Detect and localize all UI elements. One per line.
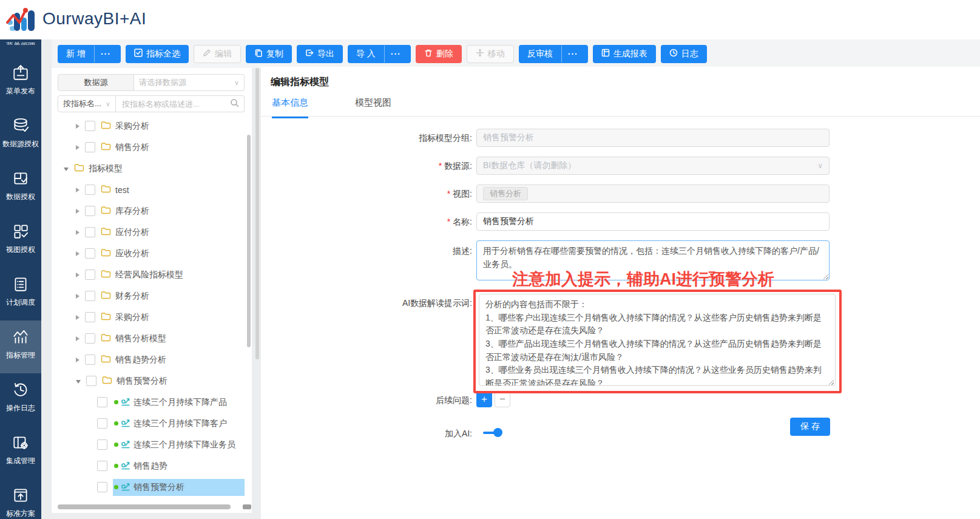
join-ai-slider-knob[interactable] xyxy=(493,428,502,437)
unaudit-more-button[interactable]: ··· xyxy=(567,49,580,59)
required-mark: * xyxy=(447,217,450,226)
generate-report-button[interactable]: 生成报表 xyxy=(593,45,656,63)
tree-checkbox[interactable] xyxy=(97,397,107,407)
tree-checkbox[interactable] xyxy=(85,312,95,322)
tree-leaf-item[interactable]: 连续三个月持续下降业务员 xyxy=(52,434,245,455)
delete-button[interactable]: 删除 xyxy=(416,45,462,63)
folder-icon xyxy=(101,248,111,259)
tree-leaf-item[interactable]: 连续三个月持续下降产品 xyxy=(52,392,245,413)
tree-folder-item[interactable]: 销售预警分析 xyxy=(52,370,245,392)
caret-right-icon[interactable] xyxy=(76,188,79,192)
tree-folder-item[interactable]: 销售分析模型 xyxy=(52,328,245,349)
tree-folder-item[interactable]: 采购分析 xyxy=(52,307,245,328)
copy-button[interactable]: 复制 xyxy=(246,45,292,63)
tree-checkbox[interactable] xyxy=(85,270,95,280)
caret-right-icon[interactable] xyxy=(76,251,79,256)
tree-folder-item[interactable]: 财务分析 xyxy=(52,285,245,307)
ai-prompt-textarea[interactable]: 分析的内容包括而不限于： 1、哪些客户出现连续三个月销售收入持续下降的情况？从这… xyxy=(479,294,836,386)
report-icon xyxy=(601,49,610,59)
tree-folder-item[interactable]: 指标模型 xyxy=(52,158,245,179)
sidebar-item-integration[interactable]: 集成管理 xyxy=(0,426,41,479)
tree-checkbox[interactable] xyxy=(85,333,95,344)
tree-checkbox[interactable] xyxy=(97,461,107,471)
tree-checkbox[interactable] xyxy=(85,206,95,216)
sidebar-item-operation-log[interactable]: 操作日志 xyxy=(0,373,41,426)
tree-folder-item[interactable]: 库存分析 xyxy=(52,200,245,222)
search-input[interactable] xyxy=(121,99,230,109)
import-button[interactable]: 导 入 ··· xyxy=(348,45,411,63)
content-vertical-scrollbar[interactable] xyxy=(255,68,259,359)
caret-right-icon[interactable] xyxy=(76,315,79,320)
tree-folder-item[interactable]: test xyxy=(52,179,245,200)
required-mark: * xyxy=(447,189,450,198)
caret-right-icon[interactable] xyxy=(76,124,79,129)
tree-checkbox[interactable] xyxy=(85,291,95,301)
tree-checkbox[interactable] xyxy=(85,227,95,237)
move-button[interactable]: 移动 xyxy=(467,45,514,63)
tree-leaf-item[interactable]: 连续三个月持续下降客户 xyxy=(52,413,245,434)
caret-right-icon[interactable] xyxy=(76,145,79,150)
caret-down-icon[interactable] xyxy=(76,380,81,384)
group-input[interactable]: 销售预警分析 xyxy=(476,129,830,147)
caret-right-icon[interactable] xyxy=(76,209,79,214)
edit-button[interactable]: 编辑 xyxy=(194,45,241,63)
tree-checkbox[interactable] xyxy=(85,185,95,195)
sidebar-item-metrics[interactable]: 指标管理 xyxy=(0,321,41,373)
tree-folder-item[interactable]: 应收分析 xyxy=(52,243,245,264)
tree-checkbox[interactable] xyxy=(97,482,107,492)
log-button[interactable]: 日志 xyxy=(661,45,707,63)
tree-checkbox[interactable] xyxy=(86,376,96,386)
tree-horizontal-scrollbar[interactable] xyxy=(58,504,231,509)
tree-folder-item[interactable]: 销售趋势分析 xyxy=(52,349,245,370)
view-tag: 销售分析 xyxy=(483,187,528,200)
sidebar-item-view-auth[interactable]: 视图授权 xyxy=(0,215,41,268)
tree-vertical-scrollbar[interactable] xyxy=(247,135,251,347)
folder-icon xyxy=(101,291,111,301)
view-field[interactable]: 销售分析 xyxy=(476,185,830,203)
caret-right-icon[interactable] xyxy=(76,294,79,299)
caret-down-icon[interactable] xyxy=(64,168,69,171)
tree-checkbox[interactable] xyxy=(97,418,107,429)
sidebar-item-data-auth[interactable]: 数据授权 xyxy=(0,162,41,215)
caret-right-icon[interactable] xyxy=(76,336,79,341)
tree-checkbox[interactable] xyxy=(85,248,95,259)
datasource-select[interactable]: 请选择数据源 ∨ xyxy=(134,74,245,91)
search-type-select[interactable]: 按指标名... ∨ xyxy=(58,95,116,112)
status-dot-icon xyxy=(114,400,118,404)
tab-model-view[interactable]: 模型视图 xyxy=(355,97,391,117)
save-button[interactable]: 保 存 xyxy=(790,418,830,436)
name-input[interactable]: 销售预警分析 xyxy=(476,212,830,231)
unaudit-button[interactable]: 反审核 ··· xyxy=(519,45,588,63)
tree-folder-item[interactable]: 销售分析 xyxy=(52,137,245,158)
copy-icon xyxy=(254,49,263,59)
sidebar-item-menu-publish[interactable]: 菜单发布 xyxy=(0,56,41,109)
integration-icon xyxy=(12,433,30,452)
tree-checkbox[interactable] xyxy=(97,439,107,450)
tree-horizontal-scrollbar-stub[interactable] xyxy=(243,504,251,509)
tab-basic-info[interactable]: 基本信息 xyxy=(272,97,308,118)
new-button[interactable]: 新 增 ··· xyxy=(58,45,121,63)
remove-question-button[interactable]: − xyxy=(495,392,510,407)
tree-checkbox[interactable] xyxy=(85,354,95,365)
datasource-field-select[interactable]: BI数据仓库（请勿删除）∨ xyxy=(476,157,830,175)
tree-leaf-item-selected[interactable]: 销售预警分析 xyxy=(52,477,245,498)
sidebar-item-clipped[interactable]: 菜单管理 xyxy=(0,39,41,45)
sidebar-item-standard-plan[interactable]: 标准方案 xyxy=(0,479,41,519)
tree-leaf-item[interactable]: 销售趋势 xyxy=(52,455,245,477)
tree-folder-item[interactable]: 采购分析 xyxy=(52,115,245,137)
import-more-button[interactable]: ··· xyxy=(390,49,402,59)
caret-right-icon[interactable] xyxy=(76,230,79,235)
datasource-auth-icon xyxy=(12,117,30,135)
caret-right-icon[interactable] xyxy=(76,273,79,277)
tree-checkbox[interactable] xyxy=(85,121,95,131)
tree-folder-item[interactable]: 经营风险指标模型 xyxy=(52,264,245,285)
tree-folder-item[interactable]: 应付分析 xyxy=(52,222,245,243)
sidebar-item-schedule[interactable]: 计划调度 xyxy=(0,268,41,321)
sidebar-item-datasource-auth[interactable]: 数据源授权 xyxy=(0,109,41,162)
tree-checkbox[interactable] xyxy=(85,142,95,152)
add-question-button[interactable]: + xyxy=(476,392,492,407)
new-more-button[interactable]: ··· xyxy=(100,49,112,59)
select-all-button[interactable]: 指标全选 xyxy=(126,45,189,63)
caret-right-icon[interactable] xyxy=(76,358,79,362)
export-button[interactable]: 导出 xyxy=(297,45,343,63)
